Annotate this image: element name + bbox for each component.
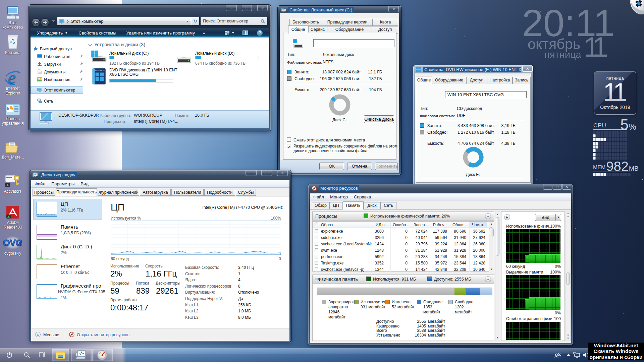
svg-text:OVG: OVG <box>3 238 22 248</box>
svg-text:Windows 10: Windows 10 <box>95 69 104 71</box>
